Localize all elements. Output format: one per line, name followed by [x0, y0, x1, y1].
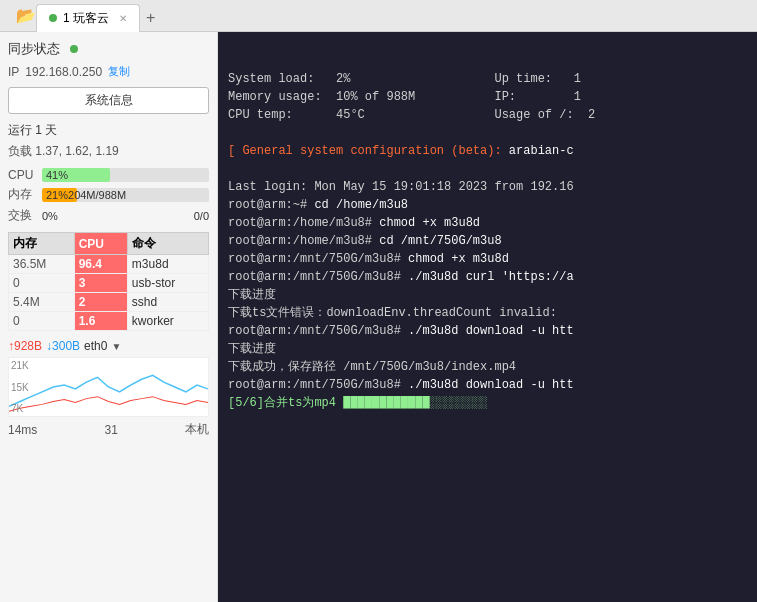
terminal-command: chmod +x m3u8d [372, 216, 480, 230]
main-content: 同步状态 IP 192.168.0.250 复制 系统信息 运行 1 天 负载 … [0, 32, 757, 602]
tabs-area: 📂 1 玩客云 ✕ + [8, 0, 749, 31]
terminal-line: root@arm:/home/m3u8# cd /mnt/750G/m3u8 [228, 232, 747, 250]
terminal-command: cd /home/m3u8 [307, 198, 408, 212]
copy-ip-button[interactable]: 复制 [108, 64, 130, 79]
swap-right: 0/0 [194, 210, 209, 222]
proc-cpu-cell: 3 [74, 274, 127, 293]
swap-bar: 交换 0% 0/0 [8, 207, 209, 224]
proc-header-cpu: CPU [74, 233, 127, 255]
uptime-label: 运行 1 天 [8, 123, 57, 137]
terminal-prompt: root@arm:/mnt/750G/m3u8# [228, 270, 401, 284]
mem-stat-row: 内存 21%204M/988M [8, 186, 209, 203]
terminal-prompt: root@arm:/home/m3u8# [228, 234, 372, 248]
terminal-line: 下载进度 [228, 340, 747, 358]
network-chart: 21K 15K 7K [8, 357, 209, 417]
terminal-prompt: root@arm:~# [228, 198, 307, 212]
terminal-command: ./m3u8d download -u htt [401, 324, 574, 338]
terminal-line: root@arm:/mnt/750G/m3u8# ./m3u8d downloa… [228, 376, 747, 394]
proc-header-cmd: 命令 [127, 233, 208, 255]
proc-cmd-cell: usb-stor [127, 274, 208, 293]
terminal-line: System load: 2% Up time: 1 [228, 70, 747, 88]
sidebar: 同步状态 IP 192.168.0.250 复制 系统信息 运行 1 天 负载 … [0, 32, 218, 602]
ping-ms: 14ms [8, 423, 37, 437]
proc-cmd-cell: m3u8d [127, 255, 208, 274]
tab-active-dot [49, 14, 57, 22]
net-download: ↓300B [46, 339, 80, 353]
proc-mem-cell: 0 [9, 312, 75, 331]
sync-status-dot [70, 45, 78, 53]
load-label: 负载 1.37, 1.62, 1.19 [8, 144, 119, 158]
terminal-line: [5/6]合并ts为mp4 ████████████░░░░░░░░ [228, 394, 747, 412]
terminal-line: Last login: Mon May 15 19:01:18 2023 fro… [228, 178, 747, 196]
chart-label-bot: 7K [11, 403, 29, 414]
proc-cpu-cell: 1.6 [74, 312, 127, 331]
tab-add-button[interactable]: + [140, 9, 161, 27]
terminal-prompt: root@arm:/mnt/750G/m3u8# [228, 324, 401, 338]
terminal-command: chmod +x m3u8d [401, 252, 509, 266]
ip-row: IP 192.168.0.250 复制 [8, 64, 209, 79]
terminal-line: root@arm:~# cd /home/m3u8 [228, 196, 747, 214]
chart-label-mid: 15K [11, 382, 29, 393]
sync-status-row: 同步状态 [8, 40, 209, 58]
tab-label: 1 玩客云 [63, 10, 109, 27]
table-row: 03usb-stor [9, 274, 209, 293]
folder-icon: 📂 [16, 6, 36, 25]
terminal-prompt: root@arm:/mnt/750G/m3u8# [228, 252, 401, 266]
proc-mem-cell: 0 [9, 274, 75, 293]
uptime-row: 运行 1 天 [8, 122, 209, 139]
load-row: 负载 1.37, 1.62, 1.19 [8, 143, 209, 160]
terminal[interactable]: System load: 2% Up time: 1Memory usage: … [218, 32, 757, 602]
proc-cmd-cell: sshd [127, 293, 208, 312]
terminal-line: 下载进度 [228, 286, 747, 304]
mem-progress-bar: 21%204M/988M [42, 188, 209, 202]
chart-label-top: 21K [11, 360, 29, 371]
chart-labels: 21K 15K 7K [11, 360, 29, 414]
table-row: 5.4M2sshd [9, 293, 209, 312]
proc-cmd-cell: kworker [127, 312, 208, 331]
terminal-line [228, 160, 747, 178]
ip-value: 192.168.0.250 [25, 65, 102, 79]
terminal-line: root@arm:/mnt/750G/m3u8# ./m3u8d downloa… [228, 322, 747, 340]
ping-value: 31 [104, 423, 117, 437]
terminal-line: [ General system configuration (beta): a… [228, 142, 747, 160]
proc-cpu-cell: 2 [74, 293, 127, 312]
terminal-prompt: root@arm:/mnt/750G/m3u8# [228, 378, 401, 392]
swap-value: 0% [42, 210, 58, 222]
proc-mem-cell: 5.4M [9, 293, 75, 312]
terminal-line: CPU temp: 45°C Usage of /: 2 [228, 106, 747, 124]
sys-info-button[interactable]: 系统信息 [8, 87, 209, 114]
terminal-prompt: root@arm:/home/m3u8# [228, 216, 372, 230]
proc-cpu-cell: 96.4 [74, 255, 127, 274]
network-chart-svg [9, 358, 208, 416]
ping-row: 14ms 31 本机 [8, 421, 209, 438]
ip-label: IP [8, 65, 19, 79]
top-bar: 📂 1 玩客云 ✕ + [0, 0, 757, 32]
terminal-line: 下载ts文件错误：downloadEnv.threadCount invalid… [228, 304, 747, 322]
mem-label: 内存 [8, 186, 36, 203]
net-upload: ↑928B [8, 339, 42, 353]
mem-progress-text: 21%204M/988M [46, 188, 126, 202]
terminal-general-text: [ General system configuration (beta): a… [228, 144, 574, 158]
local-label: 本机 [185, 421, 209, 438]
proc-mem-cell: 36.5M [9, 255, 75, 274]
sync-status-label: 同步状态 [8, 40, 60, 58]
cpu-label: CPU [8, 168, 36, 182]
terminal-line: root@arm:/mnt/750G/m3u8# chmod +x m3u8d [228, 250, 747, 268]
tab-close-button[interactable]: ✕ [119, 13, 127, 24]
terminal-line [228, 124, 747, 142]
cpu-stat-row: CPU 41% [8, 168, 209, 182]
net-dropdown-icon[interactable]: ▼ [111, 341, 121, 352]
process-table: 内存 CPU 命令 36.5M96.4m3u8d03usb-stor5.4M2s… [8, 232, 209, 331]
terminal-command: ./m3u8d curl 'https://a [401, 270, 574, 284]
terminal-line: Memory usage: 10% of 988M IP: 1 [228, 88, 747, 106]
tab-wanke[interactable]: 1 玩客云 ✕ [36, 4, 140, 32]
net-interface: eth0 [84, 339, 107, 353]
table-row: 01.6kworker [9, 312, 209, 331]
terminal-command: cd /mnt/750G/m3u8 [372, 234, 502, 248]
terminal-command: ./m3u8d download -u htt [401, 378, 574, 392]
terminal-line: 下载成功，保存路径 /mnt/750G/m3u8/index.mp4 [228, 358, 747, 376]
terminal-line: root@arm:/mnt/750G/m3u8# ./m3u8d curl 'h… [228, 268, 747, 286]
terminal-progress: [5/6]合并ts为mp4 ████████████░░░░░░░░ [228, 396, 487, 410]
terminal-line: root@arm:/home/m3u8# chmod +x m3u8d [228, 214, 747, 232]
cpu-progress-bar: 41% [42, 168, 209, 182]
